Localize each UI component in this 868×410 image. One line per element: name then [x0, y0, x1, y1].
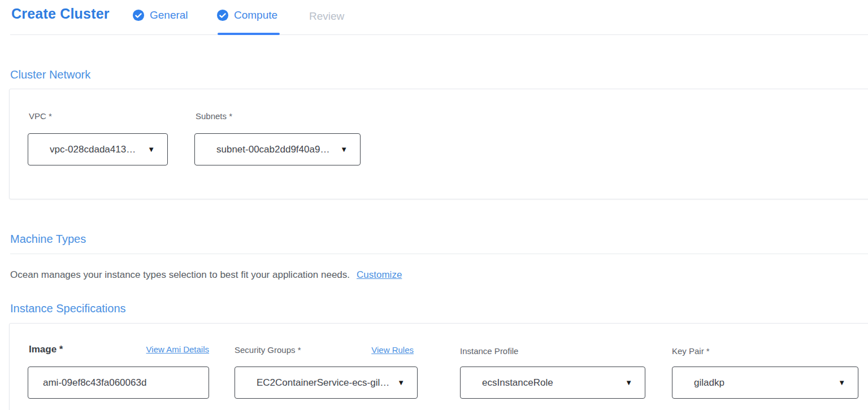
check-circle-icon: [132, 9, 145, 21]
security-groups-selected-value: EC2ContainerService-ecs-gilad…: [257, 377, 390, 389]
image-field-header: Image * View Ami Details: [29, 344, 209, 355]
vpc-label: VPC *: [29, 111, 52, 121]
tab-compute-label: Compute: [234, 9, 277, 21]
instance-specifications-card: Image * View Ami Details Security Groups…: [9, 323, 868, 410]
subnets-label: Subnets *: [196, 111, 232, 121]
key-pair-dropdown[interactable]: giladkp ▼: [672, 367, 858, 399]
security-groups-label: Security Groups *: [235, 345, 301, 355]
key-pair-selected-value: giladkp: [694, 377, 724, 389]
tab-compute[interactable]: Compute: [216, 9, 277, 21]
machine-types-divider: [10, 254, 868, 254]
machine-types-title: Machine Types: [10, 233, 86, 246]
caret-down-icon: ▼: [838, 378, 845, 387]
customize-link[interactable]: Customize: [357, 269, 402, 280]
header-divider: [10, 34, 868, 35]
vpc-dropdown[interactable]: vpc-028cdada413e… ▼: [28, 133, 168, 165]
vpc-selected-value: vpc-028cdada413e…: [50, 144, 141, 155]
machine-types-description: Ocean manages your instance types select…: [10, 269, 350, 280]
caret-down-icon: ▼: [340, 145, 348, 154]
caret-down-icon: ▼: [625, 378, 632, 387]
view-ami-details-link[interactable]: View Ami Details: [146, 344, 209, 354]
image-label: Image *: [29, 344, 63, 355]
cluster-network-card: VPC * vpc-028cdada413e… ▼ Subnets * subn…: [9, 89, 868, 199]
page-title: Create Cluster: [11, 6, 110, 22]
tab-general-label: General: [150, 9, 188, 21]
instance-profile-selected-value: ecsInstanceRole: [482, 377, 553, 389]
caret-down-icon: ▼: [147, 145, 155, 154]
subnets-selected-value: subnet-00cab2dd9f40a988…: [216, 144, 333, 155]
image-input[interactable]: [28, 367, 209, 398]
security-groups-dropdown[interactable]: EC2ContainerService-ecs-gilad… ▼: [235, 367, 418, 399]
machine-types-description-row: Ocean manages your instance types select…: [10, 269, 402, 281]
check-circle-icon: [216, 9, 229, 21]
key-pair-label: Key Pair *: [672, 346, 710, 356]
image-input-box: [28, 367, 209, 399]
subnets-dropdown[interactable]: subnet-00cab2dd9f40a988… ▼: [194, 133, 361, 165]
active-tab-indicator: [218, 33, 280, 35]
instance-profile-dropdown[interactable]: ecsInstanceRole ▼: [460, 367, 645, 399]
view-rules-link[interactable]: View Rules: [371, 345, 414, 355]
caret-down-icon: ▼: [397, 378, 405, 387]
instance-specifications-title: Instance Specifications: [10, 302, 126, 315]
cluster-network-title: Cluster Network: [10, 68, 90, 81]
security-groups-field-header: Security Groups * View Rules: [235, 345, 414, 355]
instance-profile-label: Instance Profile: [460, 346, 518, 356]
tab-general[interactable]: General: [132, 9, 188, 21]
tab-review[interactable]: Review: [309, 10, 344, 23]
tab-review-label: Review: [309, 10, 344, 23]
